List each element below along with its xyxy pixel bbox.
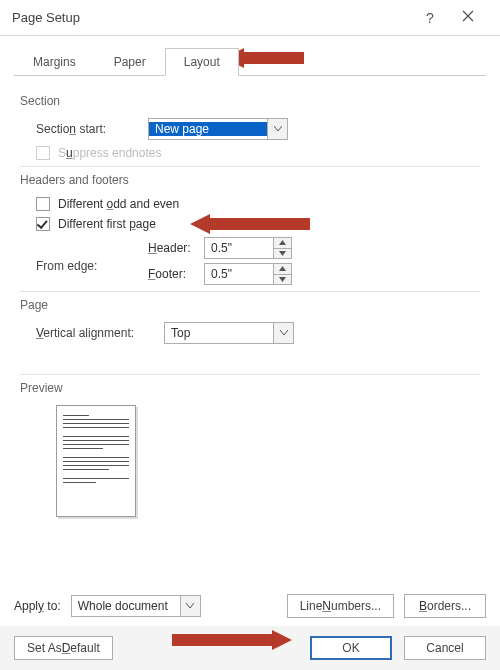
preview-page [56, 405, 136, 517]
footer-value: 0.5" [205, 267, 273, 281]
header-value: 0.5" [205, 241, 273, 255]
from-edge-label: From edge: [36, 249, 148, 273]
suppress-endnotes-label: Suppress endnotes [58, 146, 161, 160]
borders-button[interactable]: Borders... [404, 594, 486, 618]
ok-button[interactable]: OK [310, 636, 392, 660]
footer-spinner[interactable]: 0.5" [204, 263, 292, 285]
tab-strip: Margins Paper Layout [0, 36, 500, 76]
apply-to-combo[interactable]: Whole document [71, 595, 201, 617]
page-group-label: Page [20, 298, 480, 312]
apply-to-value: Whole document [72, 599, 180, 613]
section-group-label: Section [20, 94, 480, 108]
close-button[interactable] [448, 10, 488, 25]
tab-layout[interactable]: Layout [165, 48, 239, 76]
odd-even-checkbox[interactable] [36, 197, 50, 211]
header-label: Header: [148, 241, 204, 255]
spin-up-icon[interactable] [274, 264, 291, 275]
tab-margins[interactable]: Margins [14, 48, 95, 76]
help-button[interactable]: ? [412, 10, 448, 26]
vertical-alignment-combo[interactable]: Top [164, 322, 294, 344]
set-as-default-button[interactable]: Set As Default [14, 636, 113, 660]
vertical-alignment-value: Top [165, 326, 273, 340]
content-panel: Section Section start: New page Suppress… [14, 75, 486, 523]
title-bar: Page Setup ? [0, 0, 500, 36]
spin-down-icon[interactable] [274, 249, 291, 259]
first-page-checkbox[interactable] [36, 217, 50, 231]
spin-up-icon[interactable] [274, 238, 291, 249]
tab-paper[interactable]: Paper [95, 48, 165, 76]
line-numbers-button[interactable]: Line Numbers... [287, 594, 394, 618]
chevron-down-icon[interactable] [267, 119, 287, 139]
footer-label: Footer: [148, 267, 204, 281]
header-spinner[interactable]: 0.5" [204, 237, 292, 259]
footer: Set As Default OK Cancel [0, 626, 500, 670]
chevron-down-icon[interactable] [180, 596, 200, 616]
section-start-label: Section start: [36, 122, 148, 136]
preview-label: Preview [20, 381, 480, 395]
headers-footers-group-label: Headers and footers [20, 173, 480, 187]
spin-down-icon[interactable] [274, 275, 291, 285]
vertical-alignment-label: Vertical alignment: [36, 326, 164, 340]
suppress-endnotes-checkbox [36, 146, 50, 160]
cancel-button[interactable]: Cancel [404, 636, 486, 660]
dialog-title: Page Setup [12, 10, 80, 25]
odd-even-label: Different odd and even [58, 197, 179, 211]
section-start-combo[interactable]: New page [148, 118, 288, 140]
chevron-down-icon[interactable] [273, 323, 293, 343]
apply-to-label: Apply to: [14, 599, 61, 613]
first-page-label: Different first page [58, 217, 156, 231]
section-start-value: New page [149, 122, 267, 136]
